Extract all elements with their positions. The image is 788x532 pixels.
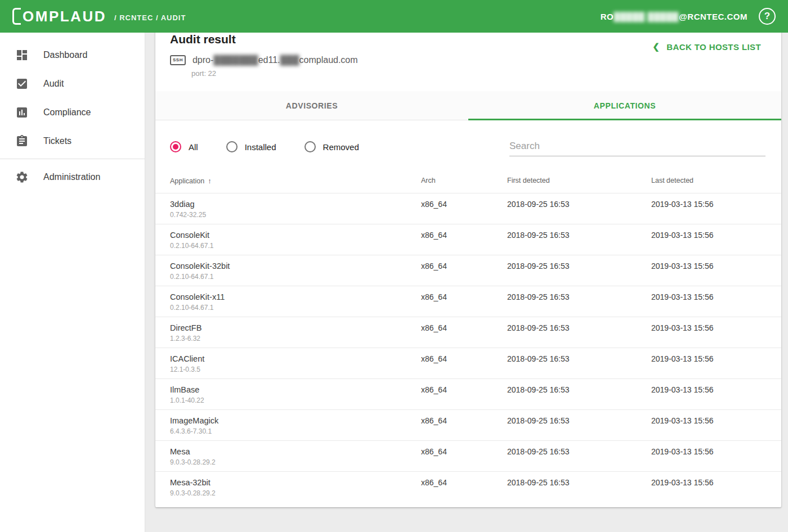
table-row[interactable]: ConsoleKit-32bit 0.2.10-64.67.1 x86_64 2… [155,255,781,286]
column-header-last-detected[interactable]: Last detected [651,177,767,185]
radio-installed[interactable]: Installed [226,141,276,152]
application-cell: ICAClient 12.1-0.3.5 [170,354,421,373]
application-cell: IlmBase 1.0.1-40.22 [170,385,421,404]
audit-result-card: Audit result SSH dpro-███████ed11.███com… [155,12,781,507]
application-arch: x86_64 [421,323,507,342]
application-cell: ConsoleKit-x11 0.2.10-64.67.1 [170,292,421,312]
search-input[interactable] [509,137,765,156]
sidebar-item-administration[interactable]: Administration [0,163,145,191]
application-name: ConsoleKit-32bit [170,262,421,270]
user-visible-end: @RCNTEC.COM [679,12,747,21]
help-glyph: ? [764,11,770,22]
host-part: ed11. [258,55,280,65]
application-arch: x86_64 [421,416,507,435]
application-version: 6.4.3.6-7.30.1 [170,427,421,435]
table-row[interactable]: Mesa-32bit 9.0.3-0.28.29.2 x86_64 2018-0… [155,471,781,502]
sidebar-item-label: Administration [43,172,100,182]
sidebar-item-tickets[interactable]: Tickets [0,127,145,155]
application-last-detected: 2019-03-13 15:56 [651,447,767,466]
user-redacted: █████ █████ [614,12,679,21]
application-name: ImageMagick [170,416,421,425]
radio-all[interactable]: All [170,141,198,152]
application-name: ICAClient [170,354,421,363]
radio-removed[interactable]: Removed [305,141,359,152]
table-row[interactable]: IlmBase 1.0.1-40.22 x86_64 2018-09-25 16… [155,378,781,409]
port-label: port: 22 [191,69,767,78]
table-row[interactable]: 3ddiag 0.742-32.25 x86_64 2018-09-25 16:… [155,193,781,224]
audit-check-icon [15,77,29,91]
dashboard-icon [15,48,29,62]
application-cell: Mesa 9.0.3-0.28.29.2 [170,447,421,466]
application-last-detected: 2019-03-13 15:56 [651,261,767,281]
help-icon[interactable]: ? [759,8,776,25]
application-cell: ConsoleKit-32bit 0.2.10-64.67.1 [170,261,421,281]
table-row[interactable]: ConsoleKit 0.2.10-64.67.1 x86_64 2018-09… [155,224,781,255]
application-arch: x86_64 [421,447,507,466]
search-wrap [509,137,765,156]
filters-row: All Installed Removed [155,120,781,164]
application-cell: DirectFB 1.2.3-6.32 [170,323,421,342]
user-visible-start: RO [601,12,614,21]
application-cell: 3ddiag 0.742-32.25 [170,199,421,219]
ssh-icon: SSH [170,55,186,65]
application-first-detected: 2018-09-25 16:53 [507,323,651,342]
application-version: 1.2.3-6.32 [170,335,421,342]
application-name: ConsoleKit-x11 [170,292,421,301]
application-arch: x86_64 [421,199,507,219]
application-version: 0.742-32.25 [170,211,421,219]
main-content: Audit result SSH dpro-███████ed11.███com… [145,0,788,507]
table-row[interactable]: Mesa 9.0.3-0.28.29.2 x86_64 2018-09-25 1… [155,440,781,471]
table-row[interactable]: ImageMagick 6.4.3.6-7.30.1 x86_64 2018-0… [155,409,781,440]
sidebar-divider [0,159,145,159]
application-arch: x86_64 [421,477,507,497]
sidebar-item-compliance[interactable]: Compliance [0,98,145,127]
application-name: Mesa-32bit [170,478,421,487]
tab-applications[interactable]: APPLICATIONS [468,91,781,120]
application-first-detected: 2018-09-25 16:53 [507,230,651,250]
column-header-arch[interactable]: Arch [421,177,507,185]
topbar-right: RO█████ █████@RCNTEC.COM ? [601,8,776,25]
table-row[interactable]: ConsoleKit-x11 0.2.10-64.67.1 x86_64 201… [155,286,781,317]
application-arch: x86_64 [421,261,507,281]
application-arch: x86_64 [421,230,507,250]
tab-advisories[interactable]: ADVISORIES [155,91,468,120]
complaud-logo[interactable]: OMPLAUD [12,8,106,25]
radio-label: All [189,142,198,152]
table-row[interactable]: ICAClient 12.1-0.3.5 x86_64 2018-09-25 1… [155,348,781,378]
application-name: 3ddiag [170,200,421,209]
application-version: 0.2.10-64.67.1 [170,304,421,312]
breadcrumb: / RCNTEC / AUDIT [114,13,186,22]
sidebar-item-audit[interactable]: Audit [0,69,145,98]
column-header-first-detected[interactable]: First detected [507,177,651,185]
application-version: 9.0.3-0.28.29.2 [170,458,421,466]
application-arch: x86_64 [421,385,507,404]
sidebar-item-label: Tickets [43,136,71,146]
compliance-chart-icon [15,106,29,119]
application-last-detected: 2019-03-13 15:56 [651,292,767,312]
host-redacted: ███ [280,55,299,65]
application-version: 0.2.10-64.67.1 [170,242,421,250]
application-first-detected: 2018-09-25 16:53 [507,261,651,281]
application-cell: Mesa-32bit 9.0.3-0.28.29.2 [170,477,421,497]
column-header-application[interactable]: Application↑ [170,177,421,185]
host-part: dpro- [192,55,213,65]
host-name: dpro-███████ed11.███complaud.com [192,55,358,65]
applications-table-body: 3ddiag 0.742-32.25 x86_64 2018-09-25 16:… [155,193,781,502]
application-name: IlmBase [170,385,421,394]
application-last-detected: 2019-03-13 15:56 [651,199,767,219]
host-line: SSH dpro-███████ed11.███complaud.com [170,55,767,65]
host-part: complaud.com [299,55,358,65]
user-account-label[interactable]: RO█████ █████@RCNTEC.COM [601,12,747,21]
column-label: Application [170,177,204,185]
settings-gear-icon [15,170,29,184]
back-to-hosts-link[interactable]: ❮ BACK TO HOSTS LIST [652,42,761,52]
application-version: 1.0.1-40.22 [170,396,421,404]
table-row[interactable]: DirectFB 1.2.3-6.32 x86_64 2018-09-25 16… [155,317,781,348]
back-link-label: BACK TO HOSTS LIST [666,42,761,52]
application-last-detected: 2019-03-13 15:56 [651,323,767,342]
application-last-detected: 2019-03-13 15:56 [651,477,767,497]
sidebar-item-dashboard[interactable]: Dashboard [0,40,145,69]
table-header: Application↑ Arch First detected Last de… [155,164,781,193]
application-first-detected: 2018-09-25 16:53 [507,416,651,435]
tab-bar: ADVISORIES APPLICATIONS [155,91,781,120]
